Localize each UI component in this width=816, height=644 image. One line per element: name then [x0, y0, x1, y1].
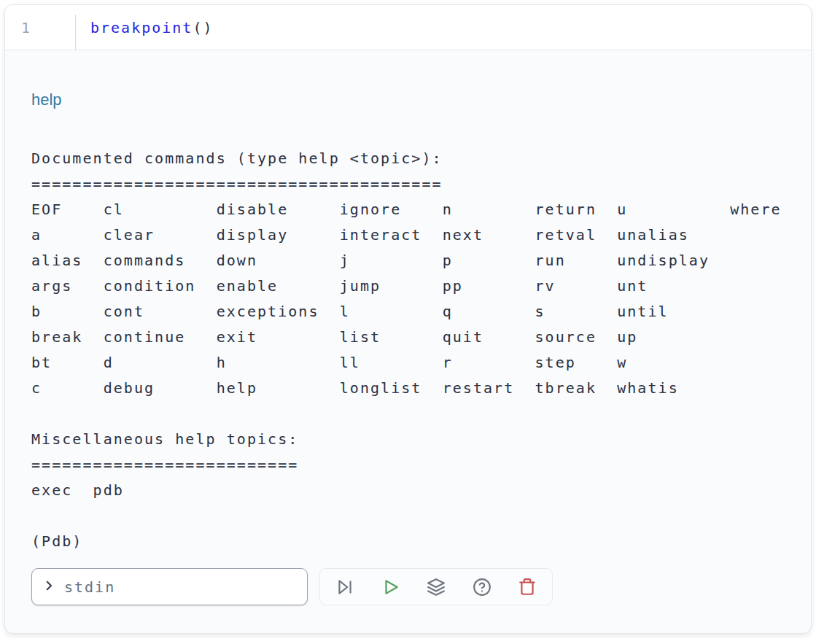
layers-icon	[427, 578, 446, 597]
code-line[interactable]: breakpoint()	[90, 19, 214, 36]
delete-button[interactable]	[517, 577, 537, 597]
line-number: 1	[21, 19, 31, 36]
stdin-input[interactable]	[63, 578, 297, 597]
trash-icon	[518, 578, 537, 597]
play-icon	[381, 578, 400, 597]
pdb-console-output: Documented commands (type help <topic>):…	[31, 146, 785, 554]
line-number-gutter: 1	[5, 19, 75, 36]
stack-button[interactable]	[426, 577, 446, 597]
console-output-area: help Documented commands (type help <top…	[5, 50, 811, 633]
code-function-name: breakpoint	[90, 19, 193, 36]
step-forward-button[interactable]	[335, 577, 355, 597]
chevron-right-icon	[42, 579, 55, 595]
help-button[interactable]	[472, 577, 492, 597]
code-parens: ()	[193, 19, 213, 36]
gutter-divider	[75, 15, 76, 50]
debugger-toolbar	[319, 568, 553, 605]
skip-forward-icon	[335, 578, 354, 597]
run-button[interactable]	[381, 577, 401, 597]
debugger-cell: 1 breakpoint() help Documented commands …	[4, 4, 812, 634]
debugger-controls	[31, 568, 785, 605]
code-editor-row: 1 breakpoint()	[5, 5, 811, 50]
help-circle-icon	[473, 578, 491, 597]
stdin-inputbox[interactable]	[31, 568, 308, 605]
entered-command-label: help	[31, 90, 785, 110]
